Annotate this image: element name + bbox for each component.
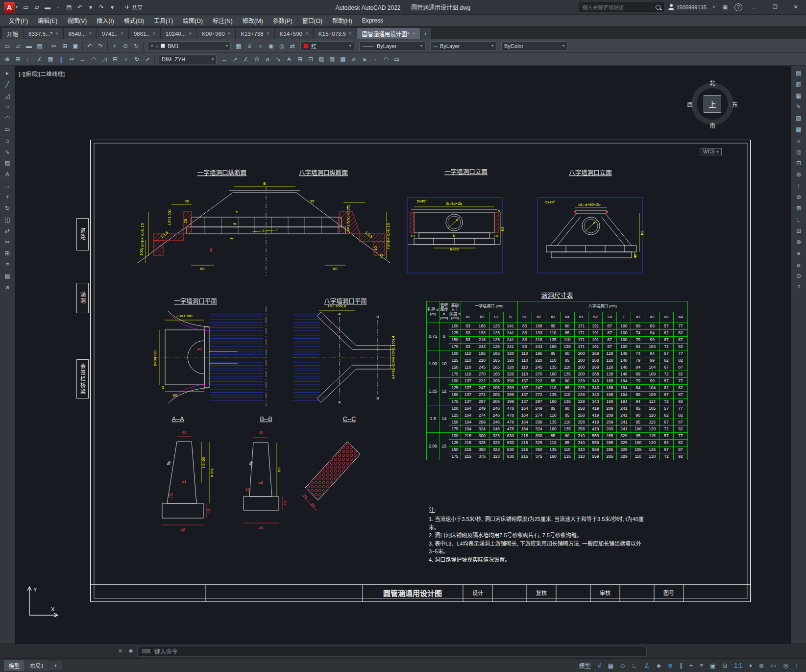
dimension-icon[interactable]: ↔ <box>1 180 13 191</box>
command-input[interactable]: ⌨ 键入命令 <box>137 646 647 657</box>
ucs-icon[interactable]: ∟ <box>793 214 805 225</box>
divide-icon[interactable]: ≡ <box>359 54 370 64</box>
redo-icon[interactable]: ↷ <box>96 2 107 12</box>
hatch-icon[interactable]: ▨ <box>316 54 327 64</box>
qnew-icon[interactable]: ▭ <box>2 41 13 51</box>
clean-screen-icon[interactable]: ↕ <box>792 661 801 670</box>
lights-icon[interactable]: ☼ <box>793 135 805 146</box>
match-properties-icon[interactable]: ⇄ <box>287 41 298 51</box>
point-icon[interactable]: · <box>370 54 381 64</box>
revcloud-icon[interactable]: ◠ <box>381 54 391 64</box>
dim-angular-icon[interactable]: ∠ <box>241 54 251 64</box>
plot-icon[interactable]: ▤ <box>34 41 45 51</box>
menu-标注(N)[interactable]: 标注(N) <box>208 15 238 26</box>
account-button[interactable]: 1505999135... ▾ <box>668 4 715 10</box>
help-icon[interactable]: ? <box>793 282 805 293</box>
spline-icon[interactable]: ∿ <box>1 147 13 157</box>
doc-tab[interactable]: K13+738× <box>236 28 274 39</box>
annotation-monitor-icon[interactable]: ▭ <box>768 661 779 670</box>
offset-icon[interactable]: ∥ <box>56 54 67 64</box>
navigation-compass[interactable]: 北 南 西 东 上 <box>687 78 738 129</box>
close-tab-icon[interactable]: × <box>267 31 269 36</box>
chamfer-icon[interactable]: ◿ <box>99 54 110 64</box>
doc-tab[interactable]: K00+960× <box>197 28 235 39</box>
close-tab-icon[interactable]: × <box>228 31 231 36</box>
menu-工具(T)[interactable]: 工具(T) <box>149 15 178 26</box>
layer-isolate-icon[interactable]: ◎ <box>276 41 287 51</box>
plotstyle-combo[interactable]: ByColor ▾ <box>501 41 567 51</box>
clip-icon[interactable]: ⊠ <box>793 203 805 214</box>
pan-icon[interactable]: + <box>109 41 120 51</box>
doc-tab[interactable]: 9861..× <box>129 28 160 39</box>
text-icon[interactable]: A <box>1 169 13 180</box>
layout-tab-模型[interactable]: 模型 <box>4 660 24 671</box>
undo-icon[interactable]: ↶ <box>84 41 95 51</box>
markup-icon[interactable]: ✎ <box>793 101 805 112</box>
measure-icon[interactable]: ⌀ <box>1 282 13 293</box>
snap-mode-icon[interactable]: ▦ <box>605 661 616 670</box>
open-file-icon[interactable]: ▱ <box>31 2 42 12</box>
menu-参数(P)[interactable]: 参数(P) <box>268 15 297 26</box>
doc-tab[interactable]: 开始 <box>2 28 23 39</box>
close-tab-icon[interactable]: × <box>412 31 415 36</box>
polygon-icon[interactable]: ⌂ <box>1 135 13 146</box>
dim-style-combo[interactable]: DIM_ZYH ▾ <box>159 54 217 64</box>
annotation-scale[interactable]: 1:1 <box>731 661 745 670</box>
customize-icon[interactable]: ✱ <box>127 648 134 654</box>
compass-south[interactable]: 南 <box>709 121 715 129</box>
isodraft-icon[interactable]: ◈ <box>654 661 664 670</box>
extend-icon[interactable]: ↔ <box>77 54 88 64</box>
layout-tab-布局1[interactable]: 布局1 <box>25 660 49 671</box>
menu-绘图(D)[interactable]: 绘图(D) <box>178 15 208 26</box>
doc-tab[interactable]: 10240...× <box>161 28 196 39</box>
object-track-icon[interactable]: ∥ <box>677 661 685 670</box>
polar-tracking-icon[interactable]: ∠ <box>641 661 653 670</box>
layer-walk-icon[interactable]: ≡ <box>793 248 805 259</box>
gradient-icon[interactable]: ▧ <box>327 54 338 64</box>
compass-up-face[interactable]: 上 <box>704 95 721 113</box>
leader-icon[interactable]: ↘ <box>273 54 284 64</box>
doc-tab[interactable]: 8337.5...*× <box>24 28 63 39</box>
close-button[interactable]: ✕ <box>785 0 806 15</box>
paste-icon[interactable]: ▣ <box>70 41 81 51</box>
render-icon[interactable]: ▩ <box>793 124 805 135</box>
layer-state-icon[interactable]: ≡ <box>244 41 255 51</box>
close-tab-icon[interactable]: × <box>55 31 58 36</box>
drawing-canvas[interactable]: [-][俯视][二维线框] 北 南 西 东 上 WCS ▾ <box>15 66 791 644</box>
circle-icon[interactable]: ○ <box>1 101 13 112</box>
scale-dropdown-icon[interactable]: ▾ <box>746 661 755 670</box>
transparency-icon[interactable]: ▣ <box>707 661 718 670</box>
dim-linear-icon[interactable]: ↔ <box>219 54 230 64</box>
color-combo[interactable]: 红 ▾ <box>300 41 354 51</box>
grid-display-icon[interactable]: # <box>595 661 604 670</box>
layout-tab-+[interactable]: + <box>49 661 62 670</box>
linetype-combo[interactable]: ——— ByLayer ▾ <box>359 41 425 51</box>
save-as-icon[interactable]: ▫ <box>53 2 64 12</box>
viewport-controls[interactable]: [-][俯视][二维线框] <box>19 70 65 77</box>
rectangle-icon[interactable]: ▭ <box>1 124 13 135</box>
minimize-button[interactable]: — <box>744 0 765 15</box>
sheet-set-icon[interactable]: ▦ <box>793 90 805 101</box>
rotate-icon[interactable]: ↻ <box>1 203 13 214</box>
close-tab-icon[interactable]: × <box>349 31 352 36</box>
isolate-objects-icon[interactable]: ◎ <box>781 661 791 670</box>
dim-radius-icon[interactable]: ⊙ <box>251 54 262 64</box>
help-icon[interactable]: ? <box>734 3 742 11</box>
save-icon[interactable]: ▬ <box>24 41 34 51</box>
properties-palette-icon[interactable]: ▥ <box>793 79 805 90</box>
menu-编辑(E)[interactable]: 编辑(E) <box>33 15 62 26</box>
properties-icon[interactable]: ▤ <box>1 271 13 281</box>
steering-wheel-icon[interactable]: ⊕ <box>793 169 805 180</box>
osnap-icon[interactable]: ⊕ <box>2 54 13 64</box>
app-store-icon[interactable]: ▣ <box>720 2 731 12</box>
hatch-icon[interactable]: ▨ <box>1 158 13 169</box>
close-tab-icon[interactable]: × <box>305 31 308 36</box>
open-icon[interactable]: ▱ <box>13 41 24 51</box>
polar-icon[interactable]: ∠ <box>34 54 45 64</box>
close-tab-icon[interactable]: × <box>89 31 92 36</box>
plot-icon[interactable]: ▤ <box>64 2 74 12</box>
doc-tab[interactable]: K14+590× <box>275 28 313 39</box>
array-icon[interactable]: ⊟ <box>110 54 121 64</box>
mirror-icon[interactable]: ⇄ <box>1 225 13 236</box>
menu-窗口(O)[interactable]: 窗口(O) <box>297 15 327 26</box>
